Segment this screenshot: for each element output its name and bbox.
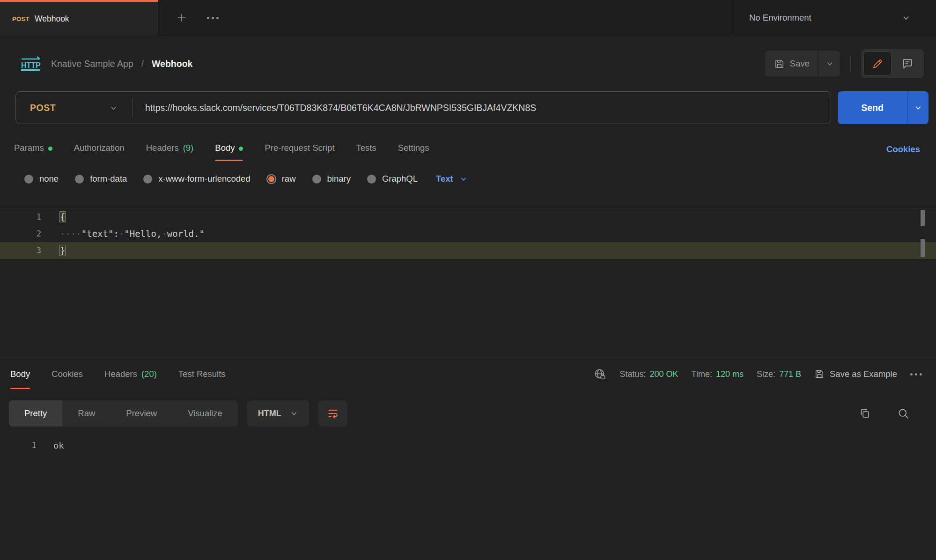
tab-body[interactable]: Body — [215, 138, 243, 161]
breadcrumb-request-name[interactable]: Webhook — [152, 59, 192, 69]
view-visualize[interactable]: Visualize — [172, 400, 238, 427]
wrap-text-icon — [326, 407, 339, 420]
editor-line-1: 1 { — [0, 208, 936, 225]
radio-raw[interactable]: raw — [267, 174, 296, 184]
radio-none[interactable]: none — [24, 174, 59, 184]
tab-settings[interactable]: Settings — [398, 138, 429, 161]
send-button[interactable]: Send — [838, 91, 907, 124]
svg-text:HTTP: HTTP — [21, 61, 41, 69]
response-text: ok — [37, 441, 64, 450]
response-meta: Status: 200 OK Time: 120 ms Size: 771 B … — [593, 368, 922, 381]
line-number: 3 — [0, 246, 41, 255]
response-line-1: 1 ok — [0, 437, 936, 454]
http-request-icon: HTTP — [19, 55, 43, 72]
response-headers-count: (20) — [141, 369, 157, 379]
radio-binary[interactable]: binary — [312, 174, 351, 184]
close-brace: } — [60, 245, 65, 256]
chevron-down-icon — [825, 59, 834, 68]
status-badge[interactable]: Status: 200 OK — [620, 369, 678, 379]
save-as-example-label: Save as Example — [830, 369, 897, 379]
tab-options-button[interactable] — [207, 17, 219, 19]
body-modified-dot — [239, 147, 243, 151]
tab-actions — [158, 0, 733, 36]
save-button[interactable]: Save — [765, 51, 818, 77]
network-globe-lock-icon[interactable] — [593, 368, 607, 381]
tab-pre-request-script[interactable]: Pre-request Script — [265, 138, 334, 161]
headers-count: (9) — [183, 143, 194, 153]
size-value: 771 B — [779, 369, 801, 379]
radio-graphql[interactable]: GraphQL — [367, 174, 418, 184]
request-toolbar: HTTP Knative Sample App / Webhook Save — [0, 36, 936, 91]
radio-form-data[interactable]: form-data — [75, 174, 127, 184]
tab-authorization[interactable]: Authorization — [74, 138, 125, 161]
radio-binary-label: binary — [327, 174, 351, 184]
tab-settings-label: Settings — [398, 143, 429, 153]
environment-label: No Environment — [749, 13, 811, 23]
line-number: 1 — [0, 441, 37, 450]
view-raw[interactable]: Raw — [62, 400, 111, 427]
save-options-button[interactable] — [818, 51, 840, 77]
response-body[interactable]: 1 ok — [0, 437, 936, 454]
wrap-text-button[interactable] — [318, 400, 347, 427]
tab-params-label: Params — [14, 143, 44, 153]
response-tab-cookies-label: Cookies — [52, 369, 83, 379]
chevron-down-icon — [109, 103, 118, 112]
radio-x-www-form-urlencoded[interactable]: x-www-form-urlencoded — [143, 174, 250, 184]
save-split-button: Save — [765, 51, 840, 77]
radio-x-www-form-urlencoded-label: x-www-form-urlencoded — [158, 174, 250, 184]
time-value: 120 ms — [716, 369, 744, 379]
search-icon[interactable] — [897, 407, 910, 420]
send-split-button: Send — [838, 91, 929, 124]
tab-authorization-label: Authorization — [74, 143, 125, 153]
response-tab-test-results[interactable]: Test Results — [178, 359, 226, 389]
breadcrumb-collection[interactable]: Knative Sample App — [51, 59, 133, 69]
response-tabs: Body Cookies Headers (20) Test Results — [10, 359, 226, 389]
url-input[interactable]: https://hooks.slack.com/services/T06TD83… — [133, 103, 831, 113]
size-badge[interactable]: Size: 771 B — [757, 369, 801, 379]
method-selector[interactable]: POST — [16, 103, 132, 113]
status-value: 200 OK — [650, 369, 678, 379]
response-options-button[interactable] — [910, 373, 922, 376]
response-tab-body[interactable]: Body — [10, 359, 30, 389]
response-format-selector[interactable]: HTML — [247, 400, 309, 427]
radio-circle — [367, 175, 376, 184]
comments-button[interactable] — [893, 52, 921, 76]
tab-headers[interactable]: Headers (9) — [146, 138, 194, 161]
line-code: } — [41, 245, 65, 256]
time-label: Time: — [692, 369, 712, 379]
breadcrumb: HTTP Knative Sample App / Webhook — [19, 55, 192, 72]
response-tab-cookies[interactable]: Cookies — [52, 359, 83, 389]
environment-selector[interactable]: No Environment — [733, 0, 936, 36]
tab-params[interactable]: Params — [14, 138, 52, 161]
edit-request-button[interactable] — [863, 52, 892, 76]
raw-language-selector[interactable]: Text — [436, 174, 468, 184]
line-code: { — [41, 212, 65, 222]
save-as-example-button[interactable]: Save as Example — [814, 369, 897, 379]
time-badge[interactable]: Time: 120 ms — [692, 369, 744, 379]
editor-scrollbar-mark[interactable] — [921, 239, 925, 257]
cookies-link[interactable]: Cookies — [886, 144, 920, 161]
save-button-label: Save — [790, 59, 810, 69]
body-type-selector: none form-data x-www-form-urlencoded raw… — [0, 169, 936, 189]
editor-scrollbar-mark[interactable] — [921, 210, 925, 226]
pencil-icon — [871, 58, 884, 70]
radio-raw-label: raw — [282, 174, 296, 184]
view-pretty[interactable]: Pretty — [9, 400, 62, 427]
radio-circle — [24, 175, 33, 184]
response-tab-test-results-label: Test Results — [178, 369, 226, 379]
request-body-editor[interactable]: 1 { 2 ····"text":·"Hello,·world." 3 } — [0, 208, 936, 359]
new-tab-button[interactable] — [176, 12, 187, 23]
response-tab-headers[interactable]: Headers (20) — [104, 359, 157, 389]
line-code: ····"text":·"Hello,·world." — [41, 228, 205, 239]
tab-webhook[interactable]: POST Webhook — [0, 0, 158, 36]
view-preview[interactable]: Preview — [111, 400, 172, 427]
chevron-down-icon — [459, 175, 468, 183]
toolbar-divider — [850, 55, 851, 73]
response-tab-body-label: Body — [10, 369, 30, 379]
response-tab-headers-label: Headers — [104, 369, 137, 379]
status-label: Status: — [620, 369, 646, 379]
send-options-button[interactable] — [907, 91, 929, 124]
raw-language-value: Text — [436, 174, 453, 184]
tab-tests[interactable]: Tests — [356, 138, 376, 161]
copy-icon[interactable] — [859, 407, 871, 420]
